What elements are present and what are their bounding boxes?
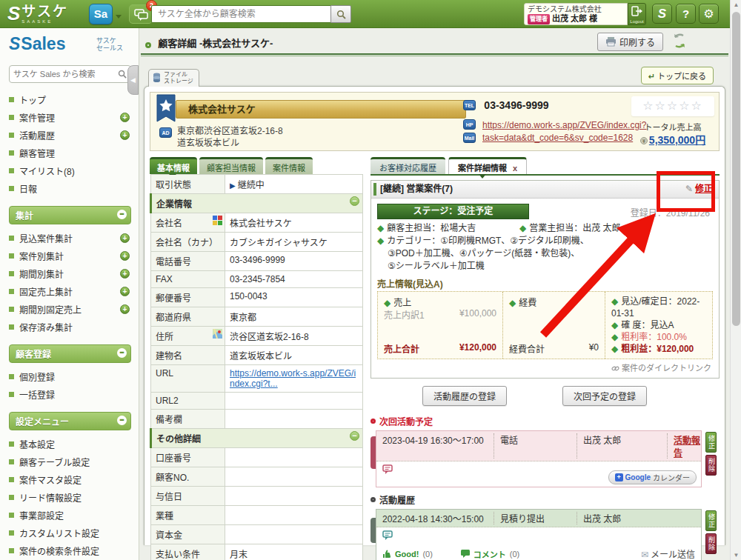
expand-plus-icon[interactable]: + — [120, 287, 130, 296]
bullet-icon — [9, 271, 14, 276]
table-section-row: 企業情報− — [151, 194, 363, 213]
collapse-minus-icon[interactable]: − — [117, 348, 127, 358]
sidebar-item[interactable]: 個別登録 — [9, 367, 131, 385]
collapse-minus-icon[interactable]: − — [117, 416, 127, 425]
gear-icon: ⚙ — [703, 7, 714, 20]
table-row: 備考欄 — [151, 410, 363, 429]
table-row: 取引状態 ▶継続中 — [151, 175, 363, 194]
schedule-delete-button[interactable]: 削除 — [705, 455, 717, 476]
register-next-button[interactable]: 次回予定の登録 — [562, 386, 647, 406]
print-button[interactable]: 印刷する — [597, 33, 663, 51]
case-direct-link[interactable]: 案件のダイレクトリンク — [379, 361, 711, 373]
map-icon[interactable] — [213, 329, 222, 341]
sidebar-section-header[interactable]: 顧客登録 − — [9, 344, 131, 363]
left-tab-0[interactable]: 基本情報 — [150, 157, 197, 174]
favorite-ribbon-icon[interactable] — [156, 94, 176, 125]
sidebar-section-header[interactable]: 設定メニュー − — [9, 412, 131, 430]
google-calendar-button[interactable]: + Googleカレンダー — [608, 470, 697, 484]
expand-plus-icon[interactable]: + — [120, 113, 130, 122]
settings-button[interactable]: ⚙ — [699, 4, 719, 24]
tab-customer-history[interactable]: お客様対応履歴 — [370, 157, 445, 174]
sidebar-item[interactable]: 一括登録 — [9, 385, 131, 403]
history-edit-button[interactable]: 修正 — [705, 510, 717, 531]
scrollbar-thumb[interactable] — [732, 12, 740, 326]
mail-icon[interactable]: Mail — [463, 133, 476, 143]
memo-bubble-icon[interactable] — [382, 530, 394, 541]
company-search-icon[interactable] — [213, 216, 222, 227]
page-scrollbar[interactable]: ▲ ▼ — [730, 0, 741, 560]
comment-button[interactable]: コメント — [473, 548, 506, 560]
sidebar-item[interactable]: 固定売上集計 + — [9, 282, 131, 300]
sidebar-search-input[interactable] — [13, 70, 118, 79]
sidebar-item[interactable]: 案件マスタ設定 — [9, 470, 131, 488]
scroll-up-icon[interactable]: ▲ — [731, 1, 741, 8]
activity-report-link[interactable]: 活動報告 — [667, 433, 701, 459]
good-button[interactable]: Good! — [395, 550, 419, 559]
send-mail-button[interactable]: ✉メール送信 — [641, 547, 695, 560]
sidebar-item[interactable]: 活動履歴 + — [9, 126, 131, 144]
collapse-minus-icon[interactable]: − — [350, 431, 359, 441]
sidebar-item[interactable]: 顧客管理 — [9, 144, 131, 161]
sidebar-item[interactable]: 案件管理 + — [9, 108, 131, 126]
sales-logo[interactable]: SSales サスケセールス — [9, 34, 131, 62]
app-switcher-badge[interactable]: Sa — [89, 4, 113, 24]
tab-case-detail[interactable]: 案件詳細情報x — [448, 157, 527, 174]
left-tab-1[interactable]: 顧客担当情報 — [199, 157, 263, 174]
scroll-down-icon[interactable]: ▼ — [731, 552, 741, 559]
sales-s-icon: S — [9, 34, 20, 53]
saaske-logo[interactable]: S サスケ SAASKE — [7, 3, 68, 24]
bullet-icon — [9, 513, 14, 518]
chat-button[interactable]: 2 — [129, 4, 153, 24]
help-button[interactable]: ? — [676, 4, 696, 24]
refresh-icon[interactable] — [672, 33, 687, 49]
collapse-minus-icon[interactable]: − — [117, 210, 127, 219]
logout-button[interactable]: Logout — [628, 3, 646, 25]
memo-bubble-icon[interactable] — [382, 464, 394, 475]
sidebar-item[interactable]: 案件の検索条件設定 — [9, 541, 131, 559]
sidebar-search-box[interactable] — [9, 65, 131, 83]
sidebar-item[interactable]: 顧客テーブル設定 — [9, 453, 131, 470]
sidebar-collapse-handle[interactable]: ◀ — [127, 65, 139, 95]
return-arrow-icon: ↵ — [648, 72, 655, 81]
saaske-home-button[interactable]: S — [652, 4, 672, 24]
sidebar-item[interactable]: 期間別集計 + — [9, 264, 131, 282]
sidebar-item[interactable]: 事業部設定 — [9, 506, 131, 524]
sidebar-item[interactable]: トップ — [9, 90, 131, 108]
expand-plus-icon[interactable]: + — [120, 269, 130, 279]
schedule-edit-button[interactable]: 修正 — [705, 432, 717, 453]
rating-stars[interactable]: ☆☆☆☆☆ — [631, 96, 714, 116]
sidebar-item[interactable]: 見込案件集計 + — [9, 229, 131, 247]
company-name-banner: 株式会社サスケ — [176, 100, 466, 119]
expand-plus-icon[interactable]: + — [120, 130, 130, 140]
homepage-icon[interactable]: HP — [463, 119, 476, 130]
sidebar-item[interactable]: 基本設定 — [9, 435, 131, 453]
tab-close-icon[interactable]: x — [513, 164, 517, 173]
left-tab-2[interactable]: 案件情報 — [265, 157, 313, 174]
history-delete-button[interactable]: 削除 — [705, 533, 717, 554]
collapse-minus-icon[interactable]: − — [350, 196, 359, 206]
sidebar-section-header[interactable]: 集計 − — [9, 206, 131, 224]
expand-plus-icon[interactable]: + — [120, 304, 130, 314]
expand-plus-icon[interactable]: + — [120, 233, 130, 243]
sidebar-item[interactable]: リード情報設定 — [9, 488, 131, 506]
back-to-top-button[interactable]: ↵トップに戻る — [641, 67, 714, 84]
sidebar-item[interactable]: 保存済み集計 — [9, 318, 131, 336]
sidebar-item[interactable]: カスタムリスト設定 — [9, 524, 131, 541]
printer-icon — [605, 37, 617, 47]
sidebar-item[interactable]: 案件別集計 + — [9, 247, 131, 264]
history-heading: 活動履歴 — [379, 493, 415, 506]
global-search-button[interactable] — [330, 5, 351, 23]
company-url-link[interactable]: https://demo.work-s.app/ZVEG/index.cgi?t… — [482, 119, 646, 144]
sidebar-item[interactable]: マイリスト(8) — [9, 161, 131, 179]
register-history-button[interactable]: 活動履歴の登録 — [422, 386, 507, 406]
user-account-box[interactable]: デモシステム株式会社 管理者出茂 太郎 様 — [524, 3, 628, 25]
app-switcher-caret-icon[interactable] — [116, 15, 122, 19]
sidebar-item[interactable]: 期間別固定売上 + — [9, 300, 131, 318]
expand-plus-icon[interactable]: + — [120, 251, 130, 261]
sidebar-item[interactable]: 日報 — [9, 179, 131, 197]
case-edit-link[interactable]: ✎修正 — [685, 181, 713, 197]
total-sales-value[interactable]: ¥5,350,000円 — [631, 132, 714, 147]
file-storage-tab[interactable]: ファイルストレージ — [148, 69, 199, 87]
url-link[interactable]: https://demo.work-s.app/ZVEG/index.cgi?t… — [230, 368, 356, 389]
global-search-input[interactable] — [151, 5, 330, 23]
